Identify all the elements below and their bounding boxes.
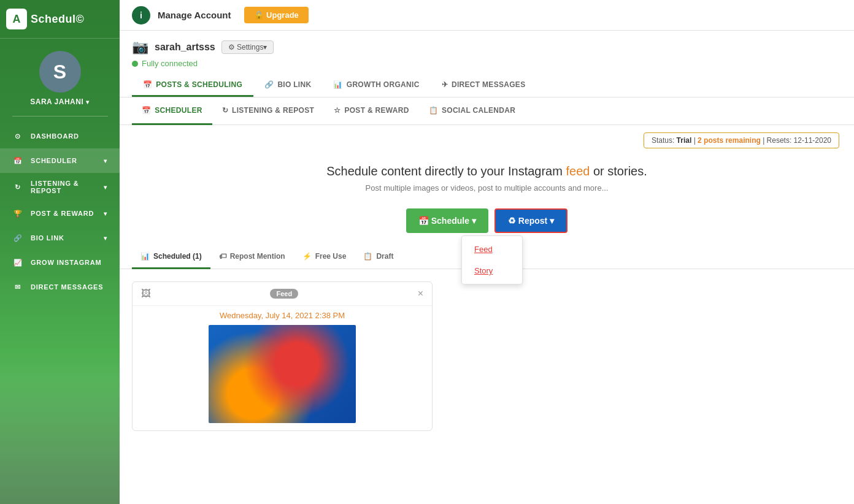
link-icon: 🔗 xyxy=(264,80,274,89)
upgrade-button[interactable]: 🔒 Upgrade xyxy=(244,7,308,23)
chevron-right-icon: ▾ xyxy=(104,184,107,191)
repost-story-option[interactable]: Story xyxy=(462,260,522,281)
hero-title: Schedule content directly to your Instag… xyxy=(132,164,842,178)
lightning-icon: ⚡ xyxy=(302,252,312,261)
hero-subtitle: Post multiple images or videos, post to … xyxy=(132,183,842,193)
sidebar-item-label: SCHEDULER xyxy=(31,157,77,164)
post-date: Wednesday, July 14, 2021 2:38 PM xyxy=(133,306,432,325)
sidebar: A Schedul© S SARA JAHANI ▾ ⊙ DASHBOARD 📅… xyxy=(0,0,120,504)
scheduled-icon: 📊 xyxy=(140,252,150,261)
grow-icon: 📈 xyxy=(12,257,23,268)
primary-tabs: 📅 POSTS & SCHEDULING 🔗 BIO LINK 📊 GROWTH… xyxy=(132,74,842,97)
avatar: S xyxy=(39,51,81,93)
repost-dropdown: Feed Story xyxy=(461,235,523,284)
draft-icon: 📋 xyxy=(363,252,372,261)
sidebar-nav: ⊙ DASHBOARD 📅 SCHEDULER ▾ ↻ LISTENING & … xyxy=(0,124,120,299)
hero-section: Schedule content directly to your Instag… xyxy=(120,153,854,202)
sidebar-item-label: DIRECT MESSAGES xyxy=(31,283,103,291)
scheduler-tab-icon: 📅 xyxy=(142,106,151,115)
secondary-tab-scheduler[interactable]: 📅 SCHEDULER xyxy=(132,97,212,125)
star-icon: ☆ xyxy=(334,106,340,115)
chart-icon: 📊 xyxy=(333,80,342,89)
calendar-tab-icon: 📋 xyxy=(429,106,438,115)
info-icon: i xyxy=(132,6,150,25)
sidebar-item-label: POST & REWARD xyxy=(31,210,94,217)
tab-posts-scheduling[interactable]: 📅 POSTS & SCHEDULING xyxy=(132,74,253,97)
logo-icon: A xyxy=(6,9,27,29)
close-button[interactable]: × xyxy=(418,288,423,299)
chevron-right-icon: ▾ xyxy=(104,210,107,217)
sidebar-item-scheduler[interactable]: 📅 SCHEDULER ▾ xyxy=(0,148,120,173)
sidebar-item-direct-messages[interactable]: ✉ DIRECT MESSAGES xyxy=(0,275,120,299)
account-section: 📷 sarah_artsss ⚙ Settings▾ Fully connect… xyxy=(120,31,854,97)
sidebar-item-label: LISTENING & REPOST xyxy=(31,180,96,194)
post-image xyxy=(209,325,356,423)
chevron-right-icon: ▾ xyxy=(104,235,107,242)
status-bar: Status: Trial | 2 posts remaining | Rese… xyxy=(120,125,854,153)
account-row: 📷 sarah_artsss ⚙ Settings▾ xyxy=(132,39,842,55)
action-buttons: 📅 Schedule ▾ ♻ Repost ▾ Feed Story xyxy=(120,202,854,245)
scheduler-icon: 📅 xyxy=(12,155,23,166)
secondary-tabs-bar: 📅 SCHEDULER ↻ LISTENING & REPOST ☆ POST … xyxy=(120,97,854,125)
sidebar-item-post-reward[interactable]: 🏆 POST & REWARD ▾ xyxy=(0,201,120,226)
sidebar-item-label: BIO LINK xyxy=(31,234,64,242)
status-badge: Status: Trial | 2 posts remaining | Rese… xyxy=(644,132,839,148)
secondary-tab-post-reward[interactable]: ☆ POST & REWARD xyxy=(324,97,419,125)
sidebar-item-dashboard[interactable]: ⊙ DASHBOARD xyxy=(0,124,120,148)
sidebar-username[interactable]: SARA JAHANI ▾ xyxy=(30,97,90,106)
trial-label: Trial xyxy=(677,136,692,145)
sidebar-divider xyxy=(12,116,108,116)
listening-icon: ↻ xyxy=(222,106,228,115)
status-label: Status: xyxy=(652,136,674,145)
reward-icon: 🏆 xyxy=(12,208,23,219)
bio-link-icon: 🔗 xyxy=(12,232,23,243)
tertiary-tab-repost-mention[interactable]: 🏷 Repost Mention xyxy=(210,245,294,269)
mention-icon: 🏷 xyxy=(219,252,226,261)
connected-dot xyxy=(132,61,138,67)
posts-remaining: 2 posts remaining xyxy=(698,136,761,145)
post-card-header: 🖼 Feed × xyxy=(133,282,432,306)
connected-text: Fully connected xyxy=(142,59,198,68)
tab-direct-messages[interactable]: ✈ DIRECT MESSAGES xyxy=(431,74,537,97)
manage-account-label: Manage Account xyxy=(158,10,231,20)
account-name: sarah_artsss xyxy=(155,42,215,53)
dashboard-icon: ⊙ xyxy=(12,131,23,142)
sidebar-item-label: GROW INSTAGRAM xyxy=(31,259,102,266)
schedule-button[interactable]: 📅 Schedule ▾ xyxy=(406,208,488,233)
chevron-down-icon: ▾ xyxy=(86,99,90,105)
feed-badge: Feed xyxy=(270,289,298,299)
content-area: 📅 SCHEDULER ↻ LISTENING & REPOST ☆ POST … xyxy=(120,97,854,504)
calendar-icon: 📅 xyxy=(143,80,152,89)
image-icon: 🖼 xyxy=(141,288,151,299)
repost-icon: ↻ xyxy=(12,181,23,193)
top-header: i Manage Account 🔒 Upgrade xyxy=(120,0,854,31)
sidebar-item-listening-repost[interactable]: ↻ LISTENING & REPOST ▾ xyxy=(0,173,120,201)
connected-badge: Fully connected xyxy=(132,59,842,68)
main-content: i Manage Account 🔒 Upgrade 📷 sarah_artss… xyxy=(120,0,854,504)
instagram-icon: 📷 xyxy=(132,39,148,55)
repost-feed-option[interactable]: Feed xyxy=(462,239,522,260)
logo-text: Schedul© xyxy=(31,13,84,26)
resets-label: Resets: 12-11-2020 xyxy=(767,136,831,145)
chevron-right-icon: ▾ xyxy=(104,158,107,164)
post-image-inner xyxy=(209,325,356,423)
sidebar-item-bio-link[interactable]: 🔗 BIO LINK ▾ xyxy=(0,226,120,250)
posts-area: 🖼 Feed × Wednesday, July 14, 2021 2:38 P… xyxy=(120,269,854,443)
send-icon: ✈ xyxy=(442,80,448,89)
secondary-tab-listening-repost[interactable]: ↻ LISTENING & REPOST xyxy=(212,97,324,125)
tab-bio-link[interactable]: 🔗 BIO LINK xyxy=(253,74,322,97)
tab-growth-organic[interactable]: 📊 GROWTH ORGANIC xyxy=(322,74,430,97)
tertiary-tab-scheduled[interactable]: 📊 Scheduled (1) xyxy=(132,245,210,269)
sidebar-item-grow-instagram[interactable]: 📈 GROW INSTAGRAM xyxy=(0,250,120,275)
repost-button[interactable]: ♻ Repost ▾ xyxy=(494,208,567,233)
sidebar-logo: A Schedul© xyxy=(0,0,120,39)
tertiary-tab-draft[interactable]: 📋 Draft xyxy=(355,245,402,269)
secondary-tab-social-calendar[interactable]: 📋 SOCIAL CALENDAR xyxy=(419,97,526,125)
tertiary-tab-free-use[interactable]: ⚡ Free Use xyxy=(294,245,355,269)
messages-icon: ✉ xyxy=(12,281,23,292)
sidebar-item-label: DASHBOARD xyxy=(31,132,79,140)
post-card: 🖼 Feed × Wednesday, July 14, 2021 2:38 P… xyxy=(132,281,433,431)
settings-button[interactable]: ⚙ Settings▾ xyxy=(221,40,274,54)
